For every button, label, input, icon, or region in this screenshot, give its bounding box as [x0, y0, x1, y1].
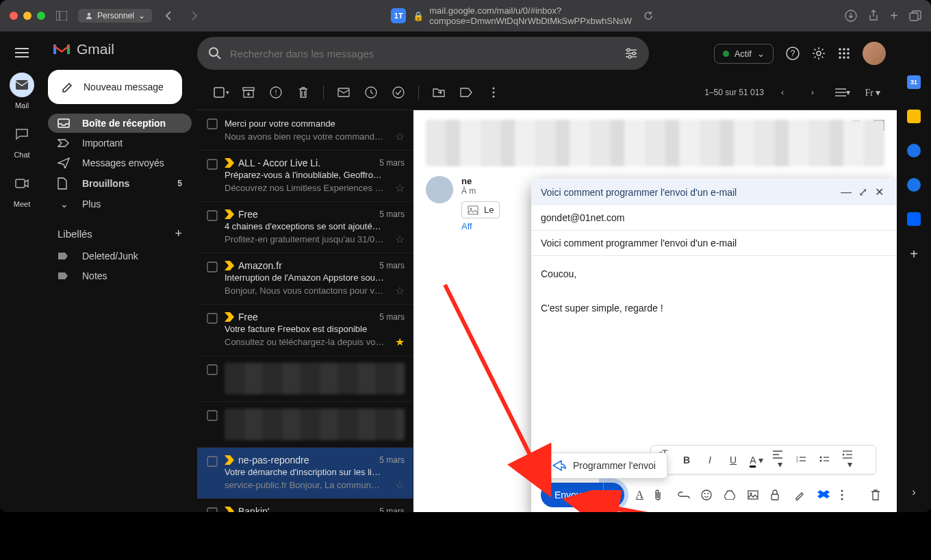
- account-avatar[interactable]: [863, 42, 886, 65]
- add-task-button[interactable]: [387, 81, 410, 104]
- show-attachment-link[interactable]: Aff: [461, 221, 500, 231]
- compose-to-field[interactable]: gondet@01net.com: [531, 205, 897, 231]
- message-row[interactable]: ne-pas-repondre5 mars Votre démarche d'i…: [197, 448, 413, 499]
- message-row[interactable]: Bankin'5 mars ☆: [197, 499, 413, 512]
- message-row[interactable]: Merci pour votre commande Nous avons bie…: [197, 110, 413, 151]
- star-icon[interactable]: ☆: [395, 130, 405, 143]
- emoji-icon[interactable]: [701, 489, 717, 500]
- status-chip[interactable]: Actif ⌄: [714, 44, 774, 64]
- attachment-chip[interactable]: Le: [461, 201, 500, 218]
- mark-unread-button[interactable]: [332, 81, 355, 104]
- confidential-icon[interactable]: [771, 489, 787, 500]
- message-checkbox[interactable]: [207, 506, 218, 512]
- sidebar-item-drafts[interactable]: Brouillons 5: [48, 173, 192, 194]
- maximize-window-button[interactable]: [37, 12, 45, 20]
- apps-icon[interactable]: [838, 47, 850, 60]
- send-button[interactable]: Envoyer: [541, 483, 603, 507]
- share-icon[interactable]: [868, 10, 879, 22]
- message-row[interactable]: [197, 402, 413, 448]
- close-window-button[interactable]: [10, 12, 18, 20]
- insert-image-icon[interactable]: [748, 490, 764, 500]
- search-input[interactable]: [230, 48, 616, 60]
- spam-button[interactable]: !: [264, 81, 288, 104]
- align-button[interactable]: ▾: [773, 450, 787, 470]
- bold-button[interactable]: B: [680, 455, 693, 466]
- forward-button[interactable]: [185, 6, 204, 25]
- settings-icon[interactable]: [812, 47, 826, 60]
- message-row[interactable]: Amazon.fr5 mars Interruption de l'Amazon…: [197, 253, 413, 305]
- move-to-button[interactable]: [427, 81, 450, 104]
- message-checkbox[interactable]: [207, 157, 218, 194]
- label-notes[interactable]: Notes: [48, 266, 192, 285]
- next-page-button[interactable]: ›: [801, 81, 824, 104]
- compose-body[interactable]: Coucou, C'est super simple, regarde !: [531, 256, 897, 445]
- star-icon[interactable]: ☆: [395, 479, 405, 492]
- underline-button[interactable]: U: [726, 455, 740, 466]
- keep-addon-icon[interactable]: [907, 110, 921, 123]
- link-icon[interactable]: [678, 492, 694, 498]
- search-options-icon[interactable]: [624, 48, 638, 59]
- input-mode-button[interactable]: Fr ▾: [861, 81, 884, 104]
- new-tab-icon[interactable]: +: [890, 8, 898, 24]
- select-all-checkbox[interactable]: ▾: [209, 81, 233, 104]
- dropbox-addon-icon[interactable]: [907, 212, 921, 226]
- more-options-icon[interactable]: [841, 489, 857, 500]
- star-icon[interactable]: ★: [395, 335, 405, 348]
- format-toggle-icon[interactable]: A: [631, 489, 648, 501]
- message-checkbox[interactable]: [207, 455, 218, 492]
- signature-icon[interactable]: [794, 489, 811, 500]
- compose-button[interactable]: Nouveau message: [48, 70, 182, 104]
- minimize-window-button[interactable]: [23, 12, 31, 20]
- add-label-button[interactable]: +: [175, 227, 182, 241]
- message-row[interactable]: Free5 mars Votre facture Freebox est dis…: [197, 305, 413, 356]
- layout-button[interactable]: ▾: [831, 81, 854, 104]
- message-checkbox[interactable]: [207, 363, 218, 394]
- more-button[interactable]: [482, 81, 505, 104]
- reload-button[interactable]: [639, 6, 658, 25]
- compose-subject-field[interactable]: Voici comment programmer l'envoi d'un e-…: [531, 231, 897, 256]
- rail-mail-button[interactable]: [10, 73, 34, 97]
- help-icon[interactable]: ?: [786, 47, 800, 60]
- schedule-send-popup[interactable]: Programmer l'envoi: [541, 453, 667, 479]
- message-row[interactable]: [197, 356, 413, 402]
- tabs-icon[interactable]: [909, 10, 921, 21]
- sidebar-item-important[interactable]: Important: [48, 133, 192, 153]
- send-more-button[interactable]: [603, 483, 624, 507]
- message-checkbox[interactable]: [207, 311, 218, 348]
- star-icon[interactable]: ☆: [395, 284, 405, 297]
- drive-icon[interactable]: [724, 490, 741, 500]
- downloads-icon[interactable]: [845, 10, 857, 22]
- contacts-addon-icon[interactable]: [907, 178, 921, 192]
- prev-page-button[interactable]: ‹: [771, 81, 794, 104]
- delete-button[interactable]: [292, 81, 315, 104]
- message-checkbox[interactable]: [207, 117, 218, 143]
- archive-button[interactable]: [237, 81, 260, 104]
- sidebar-item-inbox[interactable]: Boîte de réception: [48, 114, 192, 133]
- tasks-addon-icon[interactable]: [907, 144, 921, 157]
- star-icon[interactable]: ☆: [395, 233, 405, 246]
- attach-icon[interactable]: [654, 489, 671, 501]
- labels-button[interactable]: [455, 81, 478, 104]
- address-bar[interactable]: 🔒 mail.google.com/mail/u/0/#inbox?compos…: [413, 5, 632, 26]
- extension-badge[interactable]: 1T: [391, 8, 406, 23]
- message-row[interactable]: ALL - Accor Live Li.5 mars Préparez-vous…: [197, 151, 413, 202]
- close-compose-button[interactable]: ✕: [871, 186, 887, 199]
- rail-meet-button[interactable]: [10, 171, 34, 196]
- expand-compose-button[interactable]: ⤢: [854, 186, 871, 199]
- italic-button[interactable]: I: [703, 455, 717, 466]
- message-checkbox[interactable]: [207, 209, 218, 246]
- minimize-compose-button[interactable]: —: [838, 186, 854, 199]
- calendar-addon-icon[interactable]: 31: [907, 75, 921, 89]
- main-menu-button[interactable]: [15, 48, 29, 58]
- discard-draft-icon[interactable]: [871, 489, 887, 501]
- hide-panel-button[interactable]: ›: [912, 486, 915, 498]
- star-icon[interactable]: ☆: [395, 181, 405, 194]
- dropbox-icon[interactable]: [817, 489, 834, 500]
- text-color-button[interactable]: A ▾: [750, 455, 763, 466]
- add-addon-button[interactable]: +: [910, 246, 918, 262]
- indent-button[interactable]: ▾: [843, 450, 856, 470]
- sidebar-toggle-icon[interactable]: [52, 6, 71, 25]
- numbered-list-button[interactable]: 12: [796, 456, 810, 464]
- snooze-button[interactable]: [359, 81, 383, 104]
- message-row[interactable]: Free5 mars 4 chaines d'exceptions se son…: [197, 202, 413, 253]
